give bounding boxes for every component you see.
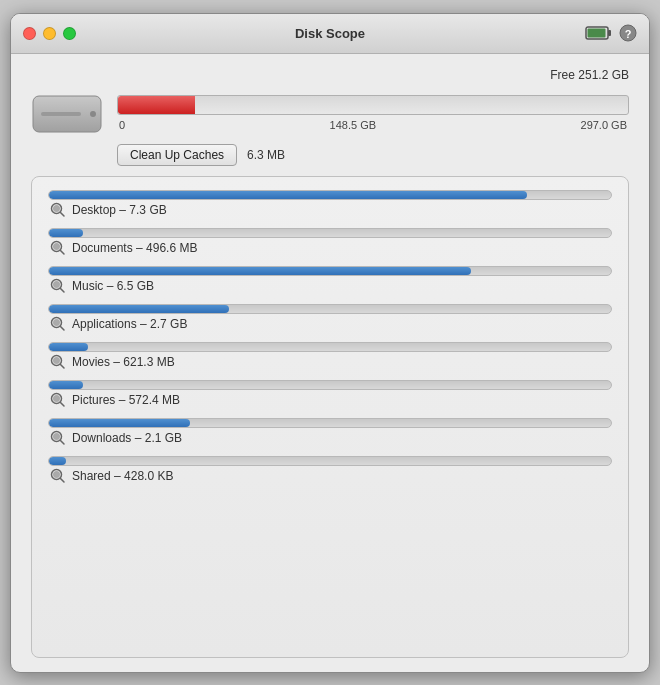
item-bar-row	[48, 304, 612, 314]
item-bar-container	[48, 456, 612, 466]
svg-point-12	[53, 243, 60, 250]
item-label: Shared – 428.0 KB	[72, 469, 173, 483]
item-bar-row	[48, 418, 612, 428]
item-label: Pictures – 572.4 MB	[72, 393, 180, 407]
svg-text:?: ?	[625, 28, 632, 40]
item-bar-container	[48, 304, 612, 314]
bar-label-left: 0	[119, 119, 125, 131]
svg-point-15	[53, 281, 60, 288]
item-label-row: Desktop – 7.3 GB	[48, 202, 612, 218]
cleanup-button[interactable]: Clean Up Caches	[117, 144, 237, 166]
item-bar-row	[48, 380, 612, 390]
main-content: Free 251.2 GB	[11, 54, 649, 672]
item-bar-fill	[49, 457, 66, 465]
svg-line-25	[61, 402, 65, 406]
titlebar-icons: ?	[585, 24, 637, 42]
item-label: Applications – 2.7 GB	[72, 317, 187, 331]
main-window: Disk Scope ? Free 251.2 GB	[10, 13, 650, 673]
svg-point-6	[90, 111, 96, 117]
search-icon	[50, 430, 66, 446]
list-item[interactable]: Shared – 428.0 KB	[48, 451, 612, 489]
item-bar-fill	[49, 229, 83, 237]
list-item[interactable]: Downloads – 2.1 GB	[48, 413, 612, 451]
traffic-lights	[23, 27, 76, 40]
search-icon	[50, 278, 66, 294]
bar-label-middle: 148.5 GB	[330, 119, 376, 131]
item-label-row: Shared – 428.0 KB	[48, 468, 612, 484]
item-bar-fill	[49, 267, 471, 275]
svg-rect-1	[608, 30, 611, 36]
cleanup-size: 6.3 MB	[247, 148, 285, 162]
item-bar-container	[48, 190, 612, 200]
svg-line-22	[61, 364, 65, 368]
drive-bar-section: 0 148.5 GB 297.0 GB	[117, 95, 629, 131]
search-icon	[50, 202, 66, 218]
svg-line-19	[61, 326, 65, 330]
item-label: Movies – 621.3 MB	[72, 355, 175, 369]
svg-line-13	[61, 250, 65, 254]
item-bar-container	[48, 228, 612, 238]
search-icon	[50, 240, 66, 256]
item-bar-container	[48, 342, 612, 352]
list-item[interactable]: Desktop – 7.3 GB	[48, 185, 612, 223]
svg-point-24	[53, 395, 60, 402]
maximize-button[interactable]	[63, 27, 76, 40]
item-bar-row	[48, 342, 612, 352]
drive-icon	[31, 88, 103, 138]
drive-row: 0 148.5 GB 297.0 GB	[31, 88, 629, 138]
close-button[interactable]	[23, 27, 36, 40]
help-icon[interactable]: ?	[619, 24, 637, 42]
item-label-row: Pictures – 572.4 MB	[48, 392, 612, 408]
svg-point-9	[53, 205, 60, 212]
list-item[interactable]: Movies – 621.3 MB	[48, 337, 612, 375]
window-title: Disk Scope	[295, 26, 365, 41]
item-bar-row	[48, 228, 612, 238]
disk-section: Free 251.2 GB	[31, 68, 629, 166]
svg-line-31	[61, 478, 65, 482]
item-bar-container	[48, 418, 612, 428]
item-bar-row	[48, 266, 612, 276]
item-label-row: Music – 6.5 GB	[48, 278, 612, 294]
item-bar-row	[48, 456, 612, 466]
item-bar-container	[48, 380, 612, 390]
svg-rect-7	[41, 112, 81, 116]
svg-line-16	[61, 288, 65, 292]
item-label-row: Applications – 2.7 GB	[48, 316, 612, 332]
search-icon	[50, 468, 66, 484]
list-item[interactable]: Applications – 2.7 GB	[48, 299, 612, 337]
svg-line-10	[61, 212, 65, 216]
free-space-label: Free 251.2 GB	[31, 68, 629, 82]
item-label: Desktop – 7.3 GB	[72, 203, 167, 217]
item-label-row: Downloads – 2.1 GB	[48, 430, 612, 446]
item-bar-fill	[49, 191, 527, 199]
item-bar-row	[48, 190, 612, 200]
cleanup-row: Clean Up Caches 6.3 MB	[31, 144, 629, 166]
list-item[interactable]: Music – 6.5 GB	[48, 261, 612, 299]
item-bar-fill	[49, 381, 83, 389]
battery-icon[interactable]	[585, 25, 613, 41]
titlebar: Disk Scope ?	[11, 14, 649, 54]
svg-point-21	[53, 357, 60, 364]
svg-rect-2	[588, 29, 606, 38]
item-bar-container	[48, 266, 612, 276]
item-label: Downloads – 2.1 GB	[72, 431, 182, 445]
svg-point-18	[53, 319, 60, 326]
bar-label-right: 297.0 GB	[581, 119, 627, 131]
disk-bar-labels: 0 148.5 GB 297.0 GB	[117, 119, 629, 131]
item-label: Documents – 496.6 MB	[72, 241, 197, 255]
search-icon	[50, 354, 66, 370]
item-bar-fill	[49, 419, 190, 427]
search-icon	[50, 316, 66, 332]
list-item[interactable]: Documents – 496.6 MB	[48, 223, 612, 261]
svg-point-27	[53, 433, 60, 440]
svg-point-30	[53, 471, 60, 478]
list-item[interactable]: Pictures – 572.4 MB	[48, 375, 612, 413]
disk-usage-fill	[118, 96, 195, 114]
item-bar-fill	[49, 305, 229, 313]
search-icon	[50, 392, 66, 408]
minimize-button[interactable]	[43, 27, 56, 40]
item-list[interactable]: Desktop – 7.3 GB Documents – 496.6 MB Mu…	[31, 176, 629, 658]
svg-line-28	[61, 440, 65, 444]
disk-usage-bar	[117, 95, 629, 115]
item-label: Music – 6.5 GB	[72, 279, 154, 293]
